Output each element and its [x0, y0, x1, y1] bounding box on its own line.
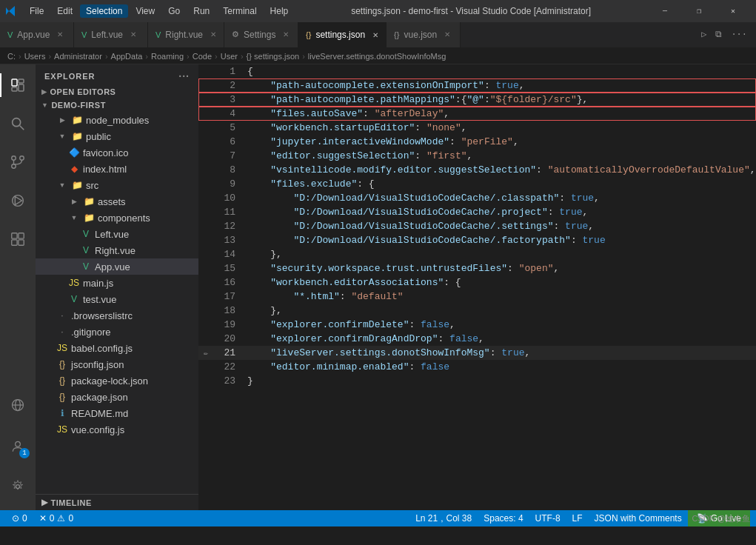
- readme-file[interactable]: ℹ README.md: [36, 405, 198, 421]
- code-line-6[interactable]: 6 "jupyter.interactiveWindowMode": "perF…: [198, 135, 756, 149]
- code-line-15[interactable]: 15 "security.workspace.trust.untrustedFi…: [198, 261, 756, 275]
- src-folder[interactable]: ▼ 📁 src: [36, 177, 198, 193]
- timeline-header[interactable]: ▶ TIMELINE: [36, 495, 198, 510]
- code-line-23[interactable]: 23}: [198, 374, 756, 388]
- close-button[interactable]: ✕: [716, 0, 750, 22]
- code-line-5[interactable]: 5 "workbench.startupEditor": "none",: [198, 121, 756, 135]
- code-line-3[interactable]: 3 "path-autocomplete.pathMappings":{"@":…: [198, 93, 756, 107]
- code-line-9[interactable]: 9 "files.exclude": {: [198, 177, 756, 191]
- line-content[interactable]: "jupyter.interactiveWindowMode": "perFil…: [244, 136, 756, 147]
- line-content[interactable]: "editor.suggestSelection": "first",: [244, 150, 756, 161]
- menu-file[interactable]: File: [24, 4, 50, 18]
- babel-config-file[interactable]: JS babel.config.js: [36, 340, 198, 356]
- remote-activity-icon[interactable]: [0, 387, 36, 423]
- breadcrumb-c[interactable]: C:: [7, 52, 16, 61]
- code-line-19[interactable]: 19 "explorer.confirmDelete": false,: [198, 318, 756, 332]
- index-html-file[interactable]: ◆ index.html: [36, 161, 198, 177]
- jsconfig-file[interactable]: {} jsconfig.json: [36, 356, 198, 372]
- line-content[interactable]: "security.workspace.trust.untrustedFiles…: [244, 263, 756, 274]
- breadcrumb-administrator[interactable]: Administrator: [54, 52, 102, 61]
- code-line-1[interactable]: 1{: [198, 64, 756, 78]
- favicon-file[interactable]: 🔷 favicon.ico: [36, 144, 198, 161]
- code-line-7[interactable]: 7 "editor.suggestSelection": "first",: [198, 149, 756, 163]
- code-line-16[interactable]: 16 "workbench.editorAssociations": {: [198, 275, 756, 290]
- tab-close-icon[interactable]: ✕: [283, 30, 289, 39]
- line-content[interactable]: },: [244, 305, 756, 316]
- line-content[interactable]: "path-autocomplete.extensionOnImport": t…: [244, 80, 756, 91]
- line-content[interactable]: "explorer.confirmDelete": false,: [244, 319, 756, 330]
- right-vue-file[interactable]: V Right.vue: [36, 242, 198, 258]
- debug-activity-icon[interactable]: [0, 183, 36, 218]
- explorer-activity-icon[interactable]: [0, 67, 36, 103]
- code-line-18[interactable]: 18 },: [198, 304, 756, 318]
- demo-first-section[interactable]: ▼ DEMO-FIRST: [36, 98, 198, 112]
- code-line-20[interactable]: 20 "explorer.confirmDragAndDrop": false,: [198, 332, 756, 346]
- public-folder[interactable]: ▼ 📁 public: [36, 128, 198, 144]
- code-editor[interactable]: 1{2 "path-autocomplete.extensionOnImport…: [198, 64, 756, 510]
- settings-activity-icon[interactable]: [0, 469, 36, 504]
- code-line-13[interactable]: 13 "D:/Download/VisualStudioCodeCache/.f…: [198, 233, 756, 247]
- extensions-activity-icon[interactable]: [0, 221, 36, 257]
- tab-settings[interactable]: ⚙ Settings ✕: [224, 22, 298, 47]
- breadcrumb-appdata[interactable]: AppData: [111, 52, 143, 61]
- components-folder[interactable]: ▼ 📁 components: [36, 210, 198, 226]
- split-editor-icon[interactable]: ⧉: [712, 28, 725, 41]
- tab-close-icon[interactable]: ✕: [444, 30, 450, 39]
- line-content[interactable]: "liveServer.settings.donotShowInfoMsg": …: [244, 347, 756, 358]
- code-line-21[interactable]: ✏21 "liveServer.settings.donotShowInfoMs…: [198, 346, 756, 360]
- encoding-status[interactable]: UTF-8: [529, 510, 566, 526]
- main-js-file[interactable]: JS main.js: [36, 275, 198, 291]
- code-line-8[interactable]: 8 "vsintellicode.modify.editor.suggestSe…: [198, 163, 756, 177]
- breadcrumb-code[interactable]: Code: [193, 52, 212, 61]
- tab-right-vue[interactable]: V Right.vue ✕: [148, 22, 224, 47]
- browserslistrc-file[interactable]: · .browserslistrc: [36, 307, 198, 324]
- remote-status[interactable]: ⊙ 0: [6, 510, 33, 526]
- line-content[interactable]: "editor.minimap.enabled": false: [244, 361, 756, 372]
- eol-status[interactable]: LF: [566, 510, 589, 526]
- code-line-10[interactable]: 10 "D:/Download/VisualStudioCodeCache/.c…: [198, 191, 756, 205]
- source-control-activity-icon[interactable]: [0, 144, 36, 180]
- ln-col-status[interactable]: Ln 21, Col 38: [409, 510, 478, 526]
- code-line-4[interactable]: 4 "files.autoSave": "afterDelay",: [198, 107, 756, 121]
- breadcrumb-live-server[interactable]: liveServer.settings.donotShowInfoMsg: [308, 52, 446, 61]
- line-content[interactable]: "workbench.startupEditor": "none",: [244, 122, 756, 133]
- app-vue-file[interactable]: V App.vue: [36, 258, 198, 275]
- breadcrumb-settings-json[interactable]: {} settings.json: [247, 52, 300, 61]
- code-line-2[interactable]: 2 "path-autocomplete.extensionOnImport":…: [198, 78, 756, 93]
- menu-selection[interactable]: Selection: [80, 4, 128, 18]
- line-content[interactable]: "explorer.confirmDragAndDrop": false,: [244, 333, 756, 344]
- breadcrumb-user[interactable]: User: [221, 52, 238, 61]
- accounts-activity-icon[interactable]: 1: [0, 429, 36, 464]
- minimize-button[interactable]: ─: [648, 0, 682, 22]
- line-content[interactable]: "*.html": "default": [244, 291, 756, 302]
- line-content[interactable]: "workbench.editorAssociations": {: [244, 277, 756, 288]
- breadcrumb-users[interactable]: Users: [24, 52, 46, 61]
- line-content[interactable]: "files.exclude": {: [244, 178, 756, 190]
- more-tabs-icon[interactable]: ···: [728, 28, 750, 41]
- code-line-14[interactable]: 14 },: [198, 247, 756, 261]
- line-content[interactable]: "D:/Download/VisualStudioCodeCache/.proj…: [244, 207, 756, 218]
- code-line-22[interactable]: 22 "editor.minimap.enabled": false: [198, 360, 756, 374]
- code-line-12[interactable]: 12 "D:/Download/VisualStudioCodeCache/.s…: [198, 219, 756, 233]
- menu-help[interactable]: Help: [264, 4, 295, 18]
- line-content[interactable]: }: [244, 375, 756, 387]
- package-file[interactable]: {} package.json: [36, 389, 198, 405]
- menu-go[interactable]: Go: [162, 4, 186, 18]
- maximize-button[interactable]: ❐: [682, 0, 716, 22]
- assets-folder[interactable]: ▶ 📁 assets: [36, 193, 198, 210]
- tab-app-vue[interactable]: V App.vue ✕: [0, 22, 74, 47]
- line-content[interactable]: "D:/Download/VisualStudioCodeCache/.fact…: [244, 235, 756, 246]
- tab-close-icon[interactable]: ✕: [57, 30, 63, 39]
- left-vue-file[interactable]: V Left.vue: [36, 226, 198, 242]
- menu-terminal[interactable]: Terminal: [217, 4, 262, 18]
- line-content[interactable]: "D:/Download/VisualStudioCodeCache/.clas…: [244, 193, 756, 204]
- tab-close-icon[interactable]: ✕: [210, 30, 216, 39]
- open-editors-section[interactable]: ▶ OPEN EDITORS: [36, 85, 198, 98]
- language-status[interactable]: JSON with Comments: [589, 510, 688, 526]
- run-icon[interactable]: ▷: [698, 27, 709, 41]
- line-content[interactable]: {: [244, 66, 756, 77]
- sidebar-more-button[interactable]: ···: [178, 70, 190, 82]
- search-activity-icon[interactable]: [0, 106, 36, 141]
- line-content[interactable]: "path-autocomplete.pathMappings":{"@":"$…: [244, 94, 756, 105]
- go-live-button[interactable]: 📡 Go Live: [688, 510, 750, 526]
